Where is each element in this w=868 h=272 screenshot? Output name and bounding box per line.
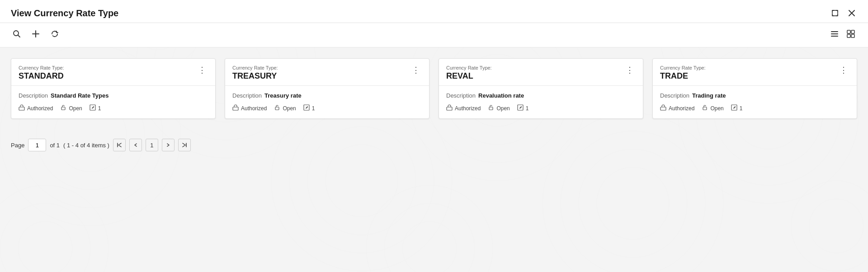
svg-rect-39 <box>831 33 838 34</box>
svg-rect-49 <box>275 107 279 110</box>
card-type-label-0: Currency Rate Type: <box>19 65 64 70</box>
authorized-icon-1 <box>232 104 239 112</box>
svg-rect-55 <box>703 107 707 110</box>
card-description-row-3: Description Trading rate <box>660 92 849 99</box>
card-stats-row-1: Authorized Open 1 <box>232 104 422 112</box>
card-description-row-2: Description Revaluation rate <box>446 92 636 99</box>
count-stat-2: 1 <box>517 104 529 112</box>
page-input[interactable] <box>28 139 46 151</box>
count-value-0: 1 <box>98 105 101 112</box>
open-stat-0: Open <box>60 104 82 112</box>
edit-icon-1 <box>303 104 310 112</box>
svg-rect-38 <box>831 31 838 32</box>
count-stat-0: 1 <box>90 104 101 112</box>
count-value-2: 1 <box>526 105 529 112</box>
open-label-2: Open <box>496 105 509 112</box>
card-stats-row-3: Authorized Open 1 <box>660 104 849 112</box>
open-stat-2: Open <box>488 104 509 112</box>
svg-rect-44 <box>851 34 854 38</box>
card-type-label-2: Currency Rate Type: <box>446 65 492 70</box>
card-stats-row-0: Authorized Open 1 <box>19 104 208 112</box>
list-view-button[interactable] <box>828 28 841 42</box>
card-desc-value-0: Standard Rate Types <box>51 92 108 99</box>
authorized-label-3: Authorized <box>669 105 694 112</box>
page-next-button[interactable] <box>162 139 175 151</box>
card-desc-label-0: Description <box>19 92 48 99</box>
authorized-icon-0 <box>19 104 25 112</box>
svg-point-37 <box>14 31 19 36</box>
card-desc-value-1: Treasury rate <box>264 92 302 99</box>
card-header-reval: Currency Rate Type: REVAL ⋮ <box>439 59 643 86</box>
svg-rect-40 <box>831 36 838 37</box>
card-treasury: Currency Rate Type: TREASURY ⋮ Descripti… <box>225 58 429 119</box>
card-menu-button-3[interactable]: ⋮ <box>838 65 849 75</box>
card-menu-button-1[interactable]: ⋮ <box>410 65 422 75</box>
header-actions <box>829 7 857 19</box>
card-standard: Currency Rate Type: STANDARD ⋮ Descripti… <box>11 58 216 119</box>
edit-icon-0 <box>90 104 96 112</box>
svg-rect-43 <box>847 34 850 38</box>
svg-rect-46 <box>61 107 65 110</box>
svg-rect-54 <box>660 107 666 110</box>
card-type-label-3: Currency Rate Type: <box>660 65 706 70</box>
authorized-label-1: Authorized <box>241 105 267 112</box>
card-title-2: REVAL <box>446 71 492 81</box>
toolbar <box>0 23 868 47</box>
edit-icon-2 <box>517 104 524 112</box>
card-menu-button-2[interactable]: ⋮ <box>624 65 636 75</box>
authorized-stat-2: Authorized <box>446 104 481 112</box>
open-icon-3 <box>702 104 708 112</box>
open-icon-2 <box>488 104 494 112</box>
page-last-button[interactable] <box>178 139 191 151</box>
authorized-stat-1: Authorized <box>232 104 267 112</box>
card-title-1: TREASURY <box>232 71 278 81</box>
card-header-standard: Currency Rate Type: STANDARD ⋮ <box>11 59 215 86</box>
card-type-label-1: Currency Rate Type: <box>232 65 278 70</box>
card-body-reval: Description Revaluation rate Authorized <box>439 86 643 118</box>
card-desc-label-3: Description <box>660 92 689 99</box>
toolbar-left <box>11 28 61 42</box>
card-body-trade: Description Trading rate Authorized <box>653 86 857 118</box>
toolbar-right <box>828 28 857 42</box>
card-reval: Currency Rate Type: REVAL ⋮ Description … <box>439 58 643 119</box>
svg-rect-45 <box>19 107 24 110</box>
card-header-treasury: Currency Rate Type: TREASURY ⋮ <box>225 59 429 86</box>
grid-view-button[interactable] <box>844 28 857 42</box>
app-header: View Currency Rate Type <box>0 0 868 23</box>
card-body-standard: Description Standard Rate Types Authoriz… <box>11 86 215 118</box>
refresh-button[interactable] <box>49 28 61 42</box>
card-stats-row-2: Authorized Open 1 <box>446 104 636 112</box>
pagination: Page of 1 ( 1 - 4 of 4 items ) 1 <box>11 133 857 151</box>
authorized-label-0: Authorized <box>27 105 53 112</box>
add-button[interactable] <box>30 28 42 42</box>
edit-icon-3 <box>731 104 737 112</box>
search-button[interactable] <box>11 28 23 42</box>
card-description-row-1: Description Treasury rate <box>232 92 422 99</box>
open-icon-1 <box>274 104 280 112</box>
authorized-label-2: Authorized <box>455 105 481 112</box>
card-description-row-0: Description Standard Rate Types <box>19 92 208 99</box>
open-label-0: Open <box>69 105 82 112</box>
count-stat-1: 1 <box>303 104 315 112</box>
open-icon-0 <box>60 104 66 112</box>
count-value-1: 1 <box>312 105 315 112</box>
svg-rect-41 <box>847 30 850 33</box>
authorized-stat-0: Authorized <box>19 104 53 112</box>
card-title-3: TRADE <box>660 71 706 81</box>
close-button[interactable] <box>846 8 857 19</box>
open-label-3: Open <box>710 105 723 112</box>
page-first-button[interactable] <box>113 139 126 151</box>
page-items-info: ( 1 - 4 of 4 items ) <box>63 142 109 149</box>
page-prev-button[interactable] <box>129 139 142 151</box>
open-stat-1: Open <box>274 104 296 112</box>
expand-button[interactable] <box>829 7 841 19</box>
card-desc-value-2: Revaluation rate <box>478 92 524 99</box>
svg-rect-52 <box>489 107 493 110</box>
count-value-3: 1 <box>740 105 743 112</box>
page-title: View Currency Rate Type <box>11 8 118 19</box>
svg-rect-42 <box>851 30 854 33</box>
cards-grid: Currency Rate Type: STANDARD ⋮ Descripti… <box>11 58 857 119</box>
card-menu-button-0[interactable]: ⋮ <box>196 65 208 75</box>
page-of-label: of 1 <box>50 142 60 149</box>
svg-rect-51 <box>447 107 452 110</box>
